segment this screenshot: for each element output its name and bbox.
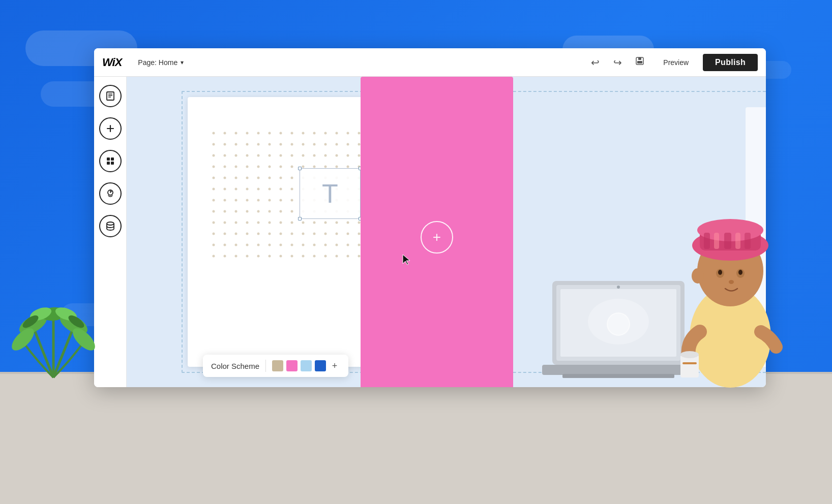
svg-rect-14 [704,233,710,249]
svg-rect-38 [638,57,641,60]
pink-panel[interactable]: + [361,77,513,387]
undo-button[interactable]: ↩ [586,53,604,72]
swatch-beige[interactable] [272,360,283,371]
svg-point-23 [729,280,734,284]
svg-point-22 [738,270,742,275]
topbar-actions: ↩ ↪ Preview Publish [586,53,758,72]
plus-icon: + [433,229,441,245]
color-scheme-divider [265,360,266,372]
svg-point-51 [107,222,114,225]
svg-rect-49 [111,162,114,165]
svg-point-21 [718,270,722,275]
color-swatches: + [272,360,340,371]
save-button[interactable] [631,53,649,72]
page-label: Page: Home [138,58,177,67]
svg-rect-47 [111,158,114,161]
color-scheme-bar: Color Scheme + [203,355,348,377]
plant [8,276,99,390]
text-icon: T [322,180,338,207]
svg-rect-40 [107,92,114,100]
svg-rect-15 [714,233,719,249]
sidebar-item-pages[interactable] [99,85,122,107]
svg-point-35 [617,286,620,289]
save-icon [635,56,645,69]
text-placeholder[interactable]: T [300,168,361,219]
svg-rect-17 [735,233,740,249]
desk [0,372,832,504]
swatch-blue[interactable] [315,360,326,371]
sidebar-item-media[interactable] [99,182,122,205]
swatch-pink[interactable] [286,360,298,371]
handle-bl[interactable] [298,217,302,220]
sidebar-item-apps[interactable] [99,150,122,172]
svg-rect-18 [745,233,751,249]
redo-button[interactable]: ↪ [608,53,627,72]
person [649,144,812,390]
svg-point-26 [680,351,699,358]
wix-logo: WiX [102,56,122,69]
topbar: WiX Page: Home ▾ ↩ ↪ [94,48,766,77]
handle-tl[interactable] [298,167,302,170]
svg-rect-46 [107,158,110,161]
svg-rect-39 [637,61,642,64]
swatch-lightblue[interactable] [301,360,312,371]
add-color-button[interactable]: + [329,360,340,371]
publish-button[interactable]: Publish [703,54,758,71]
svg-point-36 [607,313,630,335]
svg-rect-48 [107,162,110,165]
sidebar-item-add[interactable] [99,117,122,140]
redo-icon: ↪ [613,56,622,69]
svg-rect-27 [682,362,697,364]
color-scheme-label: Color Scheme [211,362,259,370]
chevron-down-icon: ▾ [181,59,184,66]
preview-button[interactable]: Preview [653,54,699,71]
sidebar-item-database[interactable] [99,215,122,237]
add-element-button[interactable]: + [421,221,453,254]
svg-rect-16 [724,233,731,249]
svg-point-24 [692,268,704,284]
undo-icon: ↩ [591,56,600,69]
page-selector[interactable]: Page: Home ▾ [134,56,188,69]
